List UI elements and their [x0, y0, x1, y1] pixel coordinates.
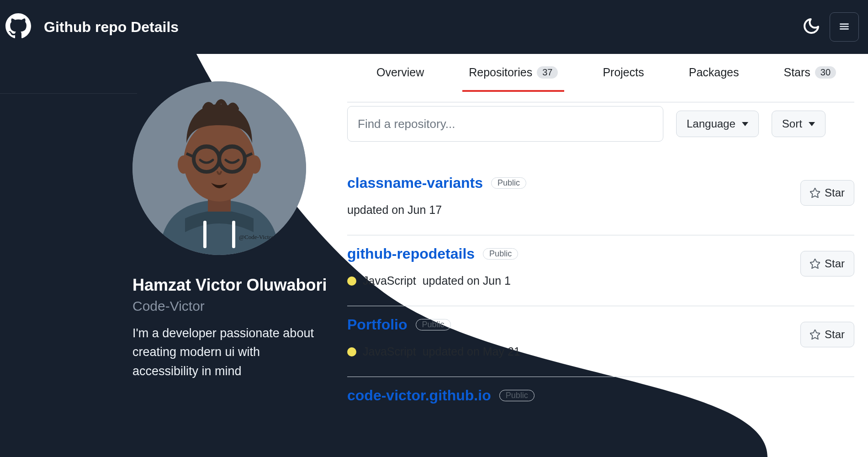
left-thin-divider	[0, 93, 137, 94]
repo-meta: updated on Jun 17	[347, 203, 800, 217]
hamburger-icon	[838, 21, 850, 34]
profile-name: Hamzat Victor Oluwabori	[132, 274, 347, 297]
app-title: Github repo Details	[44, 19, 179, 36]
repo-item: code-victor.github.io Public	[347, 377, 854, 404]
repo-name-link[interactable]: Portfolio	[347, 316, 408, 333]
svg-rect-4	[203, 221, 206, 248]
repo-search-input[interactable]	[347, 106, 663, 142]
avatar-illustration-icon: @Code-Victor	[132, 81, 306, 255]
filter-label: Sort	[782, 117, 802, 130]
main-content: @Code-Victor Hamzat Victor Oluwabori Cod…	[0, 54, 868, 404]
repo-meta: JavaScript updated on Jun 1	[347, 274, 800, 287]
repo-panel: Overview Repositories 37 Projects Packag…	[347, 54, 868, 404]
repo-meta: JavaScript updated on May 21	[347, 345, 800, 358]
language-filter[interactable]: Language	[676, 111, 759, 137]
tab-overview[interactable]: Overview	[375, 62, 426, 92]
tab-label: Overview	[376, 66, 424, 79]
visibility-badge: Public	[499, 390, 535, 401]
repo-list: classname-variants Public updated on Jun…	[347, 165, 854, 404]
star-count-badge: 30	[815, 66, 836, 79]
svg-text:@Code-Victor: @Code-Victor	[239, 234, 274, 240]
visibility-badge: Public	[491, 177, 526, 189]
sort-filter[interactable]: Sort	[772, 111, 826, 137]
star-label: Star	[825, 328, 845, 341]
star-button[interactable]: Star	[800, 180, 854, 206]
tab-repositories[interactable]: Repositories 37	[467, 62, 560, 92]
dark-mode-toggle[interactable]	[802, 17, 820, 37]
language-dot-icon	[347, 347, 356, 356]
profile-tabs: Overview Repositories 37 Projects Packag…	[347, 54, 854, 102]
star-icon	[810, 188, 820, 198]
tab-label: Repositories	[469, 66, 532, 79]
repo-updated: updated on Jun 1	[423, 274, 511, 287]
repo-count-badge: 37	[537, 66, 558, 79]
star-label: Star	[825, 186, 845, 199]
tab-label: Stars	[784, 66, 810, 79]
tab-stars[interactable]: Stars 30	[782, 62, 838, 92]
caret-down-icon	[809, 122, 815, 126]
repo-name-link[interactable]: classname-variants	[347, 175, 483, 191]
tab-label: Packages	[689, 66, 739, 79]
svg-point-8	[178, 155, 190, 174]
repo-item: github-repodetails Public JavaScript upd…	[347, 235, 854, 306]
avatar[interactable]: @Code-Victor	[132, 81, 306, 255]
repo-item: Portfolio Public JavaScript updated on M…	[347, 306, 854, 377]
star-icon	[810, 329, 820, 340]
tab-projects[interactable]: Projects	[601, 62, 646, 92]
repo-language: JavaScript	[363, 345, 416, 358]
repo-item: classname-variants Public updated on Jun…	[347, 165, 854, 235]
profile-bio: I'm a developer passionate about creatin…	[132, 324, 324, 382]
app-header: Github repo Details	[0, 0, 868, 54]
repo-name-link[interactable]: code-victor.github.io	[347, 387, 491, 404]
caret-down-icon	[742, 122, 748, 126]
filter-label: Language	[687, 117, 736, 130]
profile-username: Code-Victor	[132, 298, 347, 314]
language-dot-icon	[347, 276, 356, 286]
star-label: Star	[825, 257, 845, 270]
star-icon	[810, 259, 820, 269]
tab-label: Projects	[603, 66, 644, 79]
repo-updated: updated on Jun 17	[347, 203, 442, 217]
header-left: Github repo Details	[5, 13, 179, 41]
star-button[interactable]: Star	[800, 251, 854, 276]
header-right	[802, 12, 859, 42]
repo-language: JavaScript	[363, 274, 416, 287]
tab-packages[interactable]: Packages	[687, 62, 741, 92]
profile-sidebar: @Code-Victor Hamzat Victor Oluwabori Cod…	[0, 54, 347, 381]
menu-button[interactable]	[830, 12, 859, 42]
svg-point-9	[249, 155, 261, 174]
repo-name-link[interactable]: github-repodetails	[347, 245, 475, 262]
repo-filters: Language Sort	[347, 102, 854, 142]
star-button[interactable]: Star	[800, 322, 854, 347]
visibility-badge: Public	[416, 319, 451, 330]
repo-updated: updated on May 21	[423, 345, 520, 358]
github-logo-icon	[5, 13, 31, 41]
svg-rect-5	[232, 221, 235, 248]
visibility-badge: Public	[483, 248, 518, 260]
